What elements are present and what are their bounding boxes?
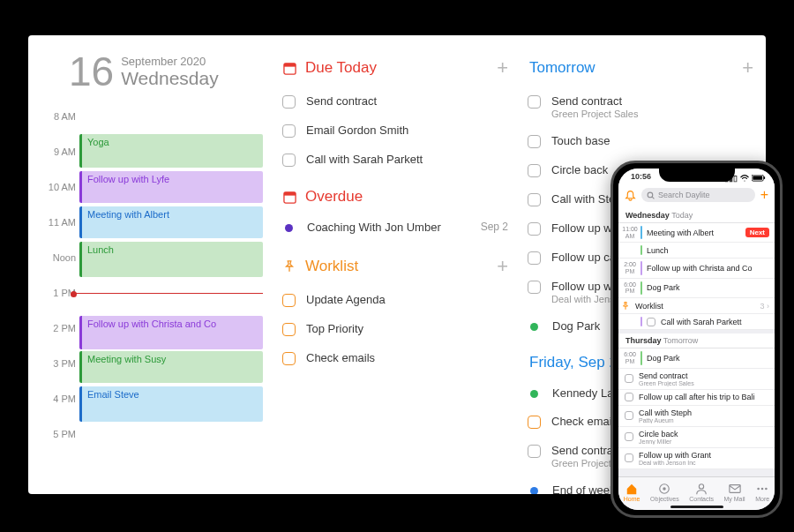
time-label: 11 AM [37,217,76,228]
checkbox[interactable] [528,164,541,177]
checkbox[interactable] [282,124,296,138]
next-badge: Next [745,228,769,237]
add-tomorrow-button[interactable]: + [742,56,753,79]
phone-list-row[interactable]: Call with StephPatty Aueum [618,406,775,427]
checkbox[interactable] [625,374,633,383]
due-today-title: Due Today [305,59,377,77]
task-row[interactable]: Touch base [528,126,753,155]
tab-icon [729,483,741,495]
svg-point-10 [663,487,667,491]
phone-add-button[interactable]: + [760,187,768,203]
checkbox[interactable] [282,154,296,167]
phone-list-row[interactable]: 6:00PMDog Park [618,348,775,368]
calendar-event[interactable]: Follow up with Christa and Co [79,316,263,349]
phone-list-row[interactable]: Send contractGreen Project Sales [618,369,775,390]
task-row[interactable]: Send contract [282,86,508,116]
tab-icon [625,483,638,495]
due-today-header: Due Today + [282,56,508,79]
phone-frame: 10:56 ▮▮▯ Search Daylite + Wednes [610,161,783,518]
tab-icon [658,483,670,495]
checkbox[interactable] [528,445,541,458]
phone-tab-home[interactable]: Home [624,483,640,502]
tomorrow-header: Tomorrow + [528,56,753,79]
status-dot [285,224,293,232]
checkbox[interactable] [528,251,541,265]
checkbox[interactable] [528,95,541,109]
worklist-title: Worklist [305,258,358,275]
task-row[interactable]: Send contractGreen Project Sales [528,86,753,126]
checkbox[interactable] [625,393,633,401]
time-label: 8 AM [37,111,76,122]
task-row[interactable]: Email Gordon Smith [282,116,508,145]
checkbox[interactable] [625,432,633,441]
svg-rect-12 [729,484,739,492]
phone-day1-header: Wednesday Today [618,208,775,223]
pin-icon [282,259,296,273]
phone-list-row[interactable]: Follow up with GrantDeal with Jenson Inc [618,448,775,469]
phone-list-row[interactable]: Worklist3 › [618,298,775,314]
calendar-event[interactable]: Follow up with Lyfe [79,171,263,203]
svg-rect-5 [753,176,762,179]
checkbox[interactable] [625,453,633,462]
overdue-header: Overdue [282,188,508,206]
phone-tab-objectives[interactable]: Objectives [650,483,679,502]
phone-tab-contacts[interactable]: Contacts [689,483,714,502]
task-row[interactable]: Top Priority [282,314,508,343]
calendar-alert-icon [282,190,296,204]
phone-notch [659,169,735,182]
phone-search-row: Search Daylite + [618,184,775,208]
svg-point-15 [765,487,768,490]
checkbox[interactable] [282,95,296,109]
phone-list-row[interactable]: Circle backJenny Miller [618,427,775,448]
tab-icon [695,483,708,495]
phone-list-row[interactable]: Lunch [618,243,775,259]
phone-search-placeholder: Search Daylite [658,191,710,199]
status-dot [530,487,538,494]
checkbox[interactable] [528,135,541,148]
bell-icon[interactable] [625,190,636,201]
checkbox[interactable] [282,323,296,336]
checkbox[interactable] [528,193,541,206]
svg-rect-3 [283,191,295,195]
time-label: 4 PM [37,393,76,404]
checkbox[interactable] [528,222,541,236]
phone-list-row[interactable]: Follow up call after his trip to Bali [618,390,775,406]
checkbox[interactable] [625,411,633,420]
calendar-event[interactable]: Meeting with Albert [79,206,263,238]
checkbox[interactable] [647,318,655,326]
phone-tab-my-mail[interactable]: My Mail [724,483,745,502]
phone-list-row[interactable]: 2:00PMFollow up with Christa and Co [618,259,775,278]
checkbox[interactable] [282,352,296,365]
status-dot [530,323,538,331]
checkbox[interactable] [282,294,296,307]
task-row[interactable]: Coaching With Jon UmberSep 2 [282,213,508,241]
day-number: 16 [69,51,114,92]
add-worklist-button[interactable]: + [497,255,508,278]
phone-list-row[interactable]: Call with Sarah Parkett [618,314,775,330]
wifi-icon [740,175,749,182]
calendar-event[interactable]: Lunch [79,242,263,277]
calendar-event[interactable]: Meeting with Susy [79,351,263,383]
phone-search-input[interactable]: Search Daylite [641,188,755,202]
add-due-today-button[interactable]: + [497,56,508,79]
timeline[interactable]: 8 AM9 AM10 AM11 AMNoon1 PM2 PM3 PM4 PM5 … [37,116,266,494]
checkbox[interactable] [528,416,541,429]
date-header: 16 September 2020 Wednesday [69,51,266,92]
calendar-event[interactable]: Yoga [79,134,263,168]
time-label: 3 PM [37,358,76,369]
worklist-header: Worklist + [282,255,508,278]
task-row[interactable]: Call with Sarah Parkett [282,145,508,174]
checkbox[interactable] [528,281,541,294]
phone-tab-more[interactable]: More [755,483,769,502]
phone-list-row[interactable]: 6:00PMDog Park [618,279,775,298]
overdue-title: Overdue [305,188,363,206]
phone-screen: 10:56 ▮▮▯ Search Daylite + Wednes [618,169,775,510]
calendar-event[interactable]: Email Steve [79,386,263,422]
home-indicator[interactable] [670,506,723,508]
status-dot [530,390,538,398]
task-date: Sep 2 [481,221,508,233]
svg-point-11 [700,483,704,488]
task-row[interactable]: Check emails [282,343,508,372]
task-row[interactable]: Update Agenda [282,285,508,314]
phone-list-row[interactable]: 11:00AMMeeting with AlbertNext [618,223,775,243]
